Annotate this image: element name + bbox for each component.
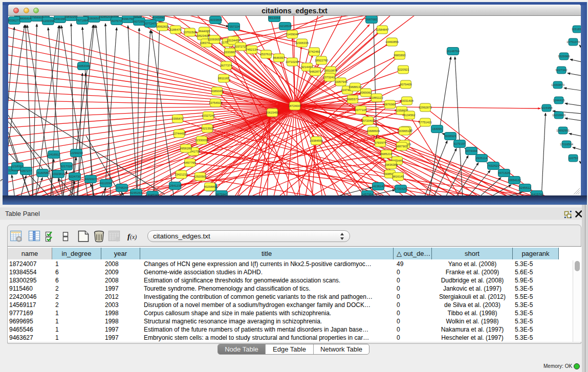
svg-text:17016504: 17016504 [560,143,574,146]
svg-text:8336273: 8336273 [9,19,21,22]
svg-text:19523409: 19523409 [196,34,209,37]
svg-text:8813054: 8813054 [269,16,281,19]
svg-text:4429607: 4429607 [85,178,97,181]
svg-text:16033809: 16033809 [209,18,222,21]
svg-text:4112034: 4112034 [100,182,112,185]
svg-text:7632621: 7632621 [488,164,499,167]
svg-text:19832259: 19832259 [64,16,78,18]
svg-text:3333883: 3333883 [224,51,236,54]
svg-text:22093651: 22093651 [208,38,221,41]
svg-text:9816145: 9816145 [393,175,405,178]
svg-text:9245612: 9245612 [519,186,531,189]
svg-text:18922760: 18922760 [315,59,329,62]
svg-text:13748244: 13748244 [115,186,129,189]
svg-text:18724007: 18724007 [288,104,301,107]
svg-text:164095: 164095 [432,127,442,130]
svg-text:2876966: 2876966 [384,103,397,106]
svg-text:2935114: 2935114 [476,157,488,160]
svg-text:12294238: 12294238 [70,151,83,155]
svg-text:13754919: 13754919 [209,101,222,104]
svg-text:10327246: 10327246 [202,114,215,117]
svg-text:9983893: 9983893 [394,54,406,57]
svg-text:3215958: 3215958 [541,106,553,110]
svg-text:5188470: 5188470 [170,28,182,31]
svg-text:16415740: 16415740 [530,193,544,195]
svg-text:10710248: 10710248 [286,60,299,63]
svg-text:3220921: 3220921 [398,68,409,71]
svg-text:20053346: 20053346 [77,64,91,68]
svg-text:22330030: 22330030 [195,139,209,142]
svg-text:12920906: 12920906 [193,175,207,178]
svg-text:6217026: 6217026 [61,165,73,168]
svg-text:2077105: 2077105 [355,108,367,112]
svg-text:9474444: 9474444 [466,149,478,152]
svg-text:17751421: 17751421 [419,121,432,124]
svg-text:19218506: 19218506 [278,25,292,28]
svg-text:7357224: 7357224 [228,25,241,28]
svg-text:4143890: 4143890 [153,16,165,19]
svg-text:19836388: 19836388 [384,163,398,166]
svg-text:1733426: 1733426 [395,187,407,190]
svg-text:5793975: 5793975 [375,141,387,144]
svg-text:7671884: 7671884 [77,19,89,22]
svg-text:19285201: 19285201 [99,16,112,18]
svg-text:20615450: 20615450 [266,111,279,114]
svg-text:13045349: 13045349 [146,193,159,195]
svg-text:9227342: 9227342 [556,69,568,72]
svg-text:17956909: 17956909 [30,16,43,19]
svg-text:4245263: 4245263 [130,191,143,194]
svg-text:9958289: 9958289 [180,147,192,150]
svg-text:21200396: 21200396 [41,19,55,23]
svg-text:15720407: 15720407 [361,119,375,122]
svg-text:16213925: 16213925 [201,127,214,130]
svg-text:8079409: 8079409 [400,83,412,86]
svg-text:13701506: 13701506 [183,31,197,34]
svg-text:22992872: 22992872 [419,106,432,109]
svg-text:22744459: 22744459 [172,132,186,135]
svg-text:4389045: 4389045 [211,90,224,93]
svg-text:6457765: 6457765 [184,161,197,164]
svg-text:8224730: 8224730 [69,175,81,178]
svg-text:12416912: 12416912 [47,153,60,156]
svg-text:6482877: 6482877 [310,70,321,73]
svg-text:16510878: 16510878 [324,69,338,72]
svg-text:8369062: 8369062 [360,91,372,94]
svg-text:15692991: 15692991 [556,129,570,132]
svg-text:22306335: 22306335 [295,41,309,45]
svg-text:8811165: 8811165 [218,77,230,80]
svg-text:2537611: 2537611 [260,53,272,56]
svg-text:14460856: 14460856 [385,40,399,43]
svg-text:21439044: 21439044 [286,33,299,36]
svg-text:10688609: 10688609 [366,129,380,133]
svg-text:3677374: 3677374 [221,64,233,67]
svg-text:14136141: 14136141 [372,185,385,188]
svg-text:11881122: 11881122 [370,96,383,99]
svg-text:6742460: 6742460 [309,50,321,53]
svg-text:8134562: 8134562 [404,114,416,117]
svg-text:18992829: 18992829 [156,25,169,28]
svg-text:5685216: 5685216 [381,152,393,156]
svg-text:11584847: 11584847 [376,28,389,31]
svg-text:8471626: 8471626 [498,171,511,174]
svg-text:13732411: 13732411 [323,76,336,79]
svg-text:10654122: 10654122 [508,179,521,182]
svg-text:19384554: 19384554 [310,139,323,142]
svg-text:8685577: 8685577 [347,98,359,101]
svg-text:15180586: 15180586 [36,171,50,174]
svg-text:13134457: 13134457 [227,39,240,42]
svg-text:9329966: 9329966 [558,55,571,58]
svg-text:15076749: 15076749 [110,19,123,23]
svg-text:2457954: 2457954 [362,193,374,195]
svg-text:13421212: 13421212 [175,173,188,176]
svg-text:10057945: 10057945 [334,80,348,83]
svg-text:6179197: 6179197 [454,142,466,145]
svg-text:8029889: 8029889 [204,185,216,188]
svg-text:5938923: 5938923 [445,135,457,138]
svg-text:3395870: 3395870 [172,117,184,120]
svg-text:10323815: 10323815 [52,172,66,176]
svg-text:19688132: 19688132 [349,85,362,89]
svg-text:9875847: 9875847 [216,193,228,195]
svg-text:16396513: 16396513 [398,129,411,133]
svg-text:15751074: 15751074 [567,40,580,43]
svg-text:6357277: 6357277 [20,169,32,172]
